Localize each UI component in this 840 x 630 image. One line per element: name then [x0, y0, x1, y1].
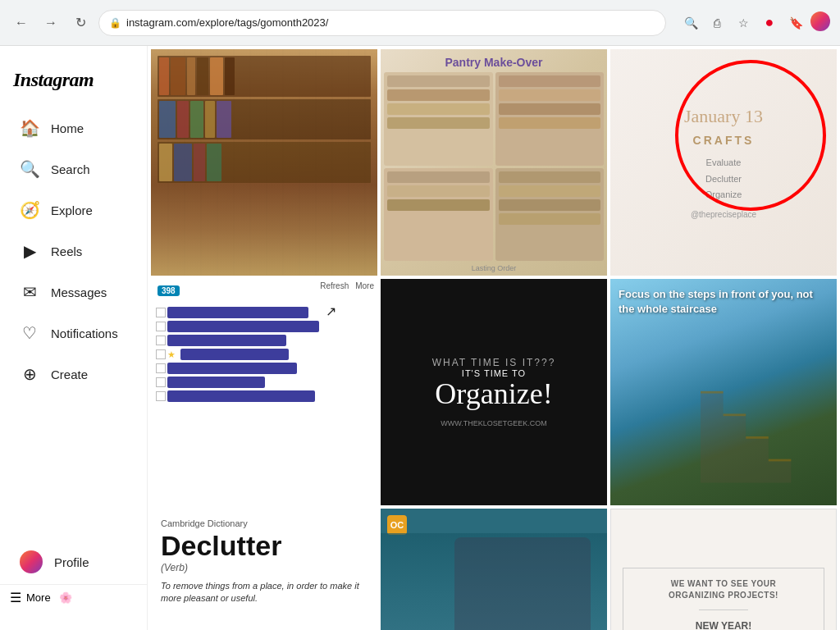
sidebar-label-reels: Reels	[51, 244, 82, 258]
sidebar-item-notifications[interactable]: ♡ Notifications	[7, 313, 140, 353]
explore-icon: 🧭	[20, 200, 39, 220]
post-declutter[interactable]: Cambridge Dictionary Declutter (Verb) To…	[151, 509, 377, 630]
spreadsheet-header: Refresh More	[320, 281, 374, 290]
search-toolbar-icon[interactable]: 🔍	[679, 11, 702, 34]
cursor-icon: ↗	[326, 304, 336, 319]
share-icon[interactable]: ⎙	[705, 11, 728, 34]
post-organize[interactable]: WHAT TIME IS IT??? IT'S TIME TO Organize…	[381, 279, 607, 505]
sidebar-label-explore: Explore	[51, 203, 93, 217]
ss-bar	[180, 349, 289, 360]
pantry-title: Pantry Make-Over	[445, 56, 542, 69]
ss-row-3	[156, 335, 372, 346]
declutter-definition: To remove things from a place, in order …	[161, 580, 368, 605]
sidebar-label-home: Home	[51, 121, 84, 135]
home-icon: 🏠	[20, 118, 39, 138]
post-stairs[interactable]: Focus on the steps in front of you, not …	[610, 279, 837, 505]
more-label-ss: More	[355, 281, 374, 290]
sidebar-item-create[interactable]: ⊕ Create	[7, 354, 140, 394]
sidebar-bottom: Profile ☰ More 🌸	[0, 533, 147, 617]
stairs-text: Focus on the steps in front of you, not …	[619, 287, 829, 317]
post-crafts[interactable]: January 13 CRAFTS Evaluate Declutter Org…	[610, 49, 837, 276]
address-bar[interactable]: 🔒 instagram.com/explore/tags/gomonth2023…	[98, 10, 666, 36]
ss-checkbox	[156, 322, 166, 331]
study-logo: OC	[387, 515, 407, 535]
study-image: OC SMART STUDYSKILLS FORSTUDENTSUCCESS B…	[381, 509, 607, 630]
main-layout: Instagram 🏠 Home 🔍 Search 🧭 Explore ▶ Re…	[0, 46, 840, 630]
back-button[interactable]: ←	[10, 11, 33, 34]
ss-checkbox	[156, 308, 166, 317]
browser-toolbar: 🔍 ⎙ ☆ ● 🔖	[679, 11, 830, 34]
photo-grid: Pantry Make-Over	[148, 46, 840, 630]
ss-checkbox	[156, 363, 166, 373]
crafts-item-2: Declutter	[705, 171, 742, 188]
hamburger-icon: ☰	[10, 590, 21, 605]
ss-row-4	[156, 363, 372, 374]
more-label: More	[26, 591, 51, 604]
bookmark-icon[interactable]: 🔖	[784, 11, 807, 34]
instagram-logo[interactable]: Instagram	[0, 59, 147, 107]
promo-content: WE WANT TO SEE YOURORGANIZING PROJECTS! …	[623, 568, 824, 630]
sidebar-item-home[interactable]: 🏠 Home	[7, 108, 140, 148]
ss-bar	[167, 390, 315, 402]
organize-image: WHAT TIME IS IT??? IT'S TIME TO Organize…	[381, 279, 607, 505]
declutter-image: Cambridge Dictionary Declutter (Verb) To…	[151, 509, 377, 630]
sidebar-label-messages: Messages	[51, 285, 107, 299]
browser-chrome: ← → ↻ 🔒 instagram.com/explore/tags/gomon…	[0, 0, 840, 46]
ss-checkbox	[156, 391, 166, 401]
ss-row-star: ★	[156, 349, 372, 360]
sidebar-item-profile[interactable]: Profile	[7, 541, 140, 583]
reload-button[interactable]: ↻	[69, 11, 92, 34]
post-bookshelf[interactable]	[151, 49, 377, 276]
ss-row-2	[156, 321, 372, 332]
profile-avatar	[20, 550, 43, 573]
post-spreadsheet[interactable]: Refresh More 398 ↗	[151, 279, 377, 505]
organize-main-text: IT'S TIME TO Organize!	[435, 368, 552, 411]
ss-bar	[167, 321, 319, 332]
bookshelf-image	[151, 49, 377, 276]
ss-bar	[167, 335, 286, 346]
ss-star: ★	[167, 349, 176, 360]
pantry-content	[381, 69, 607, 264]
post-pantry[interactable]: Pantry Make-Over	[381, 49, 607, 276]
ss-row-1	[156, 307, 372, 318]
organize-url: WWW.THEKLOSETGEEK.COM	[441, 419, 547, 427]
ss-bar	[167, 377, 265, 388]
messages-icon: ✉	[20, 282, 39, 302]
crafts-item-1: Evaluate	[705, 155, 742, 171]
sidebar-item-search[interactable]: 🔍 Search	[7, 149, 140, 189]
sidebar-item-messages[interactable]: ✉ Messages	[7, 272, 140, 312]
sidebar-item-explore[interactable]: 🧭 Explore	[7, 190, 140, 230]
ss-bar	[167, 363, 297, 374]
extensions-icon[interactable]: ●	[758, 11, 781, 34]
spreadsheet-rows: ★	[151, 302, 377, 407]
post-organizing-promo[interactable]: WE WANT TO SEE YOURORGANIZING PROJECTS! …	[610, 509, 837, 630]
organize-top-text: WHAT TIME IS IT???	[432, 357, 556, 368]
post-study[interactable]: OC SMART STUDYSKILLS FORSTUDENTSUCCESS B…	[381, 509, 607, 630]
crafts-category: CRAFTS	[693, 134, 755, 147]
stairs-image: Focus on the steps in front of you, not …	[610, 279, 837, 505]
search-icon: 🔍	[20, 159, 39, 179]
declutter-pos: (Verb)	[161, 562, 368, 573]
ss-checkbox	[156, 377, 166, 387]
fanning-sparks-logo: 🌸	[59, 591, 72, 604]
forward-button[interactable]: →	[39, 11, 62, 34]
profile-circle[interactable]	[810, 11, 830, 31]
bookmark-star-icon[interactable]: ☆	[732, 11, 755, 34]
sidebar-label-search: Search	[51, 162, 90, 176]
stairs-visual	[701, 347, 837, 505]
reels-icon: ▶	[20, 241, 39, 261]
more-button[interactable]: ☰ More 🌸	[0, 584, 147, 610]
sidebar-item-reels[interactable]: ▶ Reels	[7, 231, 140, 271]
sidebar-label-profile: Profile	[54, 555, 89, 569]
crafts-image: January 13 CRAFTS Evaluate Declutter Org…	[610, 49, 837, 276]
sidebar-label-create: Create	[51, 368, 88, 381]
crafts-handle: @thepreciseplace	[691, 210, 756, 219]
pantry-branding: Lasting Order	[472, 264, 517, 276]
sidebar-label-notifications: Notifications	[51, 326, 118, 340]
lock-icon: 🔒	[109, 17, 121, 29]
crafts-item-3: Organize	[705, 187, 742, 203]
declutter-source: Cambridge Dictionary	[161, 518, 368, 528]
content-area[interactable]: Pantry Make-Over	[148, 46, 840, 630]
study-person-placeholder	[454, 537, 591, 630]
ss-row-5	[156, 377, 372, 388]
